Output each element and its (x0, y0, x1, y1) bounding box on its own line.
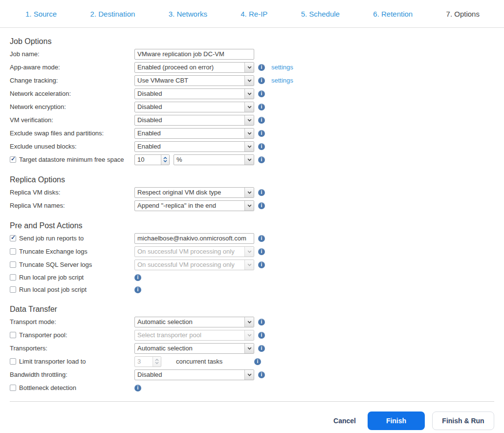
exclude-swap-select[interactable]: Enabled (134, 128, 254, 139)
spinner-value: 10 (135, 156, 161, 163)
transport-mode-select[interactable]: Automatic selection (134, 317, 254, 327)
row-network-acceleration: Network acceleration: Disabled (10, 87, 494, 100)
info-icon[interactable] (258, 248, 265, 255)
chevron-down-icon (244, 201, 254, 211)
info-icon[interactable] (258, 345, 265, 352)
app-aware-settings-link[interactable]: settings (271, 64, 293, 71)
spinner-arrows-icon (153, 357, 161, 367)
chevron-down-icon (244, 247, 254, 257)
cancel-button[interactable]: Cancel (333, 417, 356, 425)
min-free-space-unit-select[interactable]: % (174, 154, 254, 165)
info-icon[interactable] (258, 130, 265, 137)
info-icon[interactable] (258, 104, 265, 110)
app-aware-mode-select[interactable]: Enabled (proceed on error) (134, 62, 254, 73)
report-email-input[interactable] (134, 233, 254, 244)
info-icon[interactable] (258, 77, 265, 84)
field-label: Network encryption: (10, 103, 134, 110)
spinner-value: 3 (135, 358, 153, 365)
info-icon[interactable] (134, 274, 141, 281)
row-exclude-swap: Exclude swap files and partitions: Enabl… (10, 127, 494, 140)
bandwidth-throttling-select[interactable]: Disabled (134, 369, 254, 380)
info-icon[interactable] (258, 64, 265, 71)
info-icon[interactable] (258, 235, 265, 242)
chevron-down-icon (244, 115, 254, 125)
min-free-space-spinner[interactable]: 10 (134, 154, 170, 165)
truncate-exchange-checkbox[interactable] (10, 248, 16, 255)
field-label: Bandwidth throttling: (10, 371, 134, 378)
section-title-job-options: Job Options (10, 37, 494, 46)
info-icon[interactable] (258, 202, 265, 209)
info-icon[interactable] (258, 371, 265, 378)
tab-retention[interactable]: 6. Retention (373, 10, 413, 18)
change-tracking-select[interactable]: Use VMware CBT (134, 75, 254, 86)
limit-load-checkbox[interactable] (10, 358, 16, 365)
field-label: Limit transporter load to (19, 358, 86, 365)
field-label: Change tracking: (10, 77, 134, 84)
tab-networks[interactable]: 3. Networks (169, 10, 207, 18)
row-change-tracking: Change tracking: Use VMware CBT settings (10, 74, 494, 87)
spinner-arrows-icon[interactable] (161, 155, 169, 165)
info-icon[interactable] (134, 286, 141, 293)
chevron-down-icon (244, 142, 254, 152)
info-icon[interactable] (258, 156, 265, 163)
select-value: On successful VM processing only (135, 248, 244, 255)
select-value: Disabled (135, 103, 244, 110)
chevron-down-icon (244, 76, 254, 86)
info-icon[interactable] (134, 385, 141, 391)
post-job-script-checkbox[interactable] (10, 286, 16, 293)
bottleneck-detection-checkbox[interactable] (10, 385, 16, 391)
chevron-down-icon (244, 370, 254, 380)
info-icon[interactable] (258, 261, 265, 268)
replica-vm-names-select[interactable]: Append "-replica" in the end (134, 200, 254, 211)
tab-destination[interactable]: 2. Destination (90, 10, 135, 18)
row-send-job-reports: Send job run reports to (10, 232, 494, 245)
tab-re-ip[interactable]: 4. Re-IP (241, 10, 267, 18)
transporters-select[interactable]: Automatic selection (134, 343, 254, 354)
row-transporters: Transporters: Automatic selection (10, 342, 494, 355)
chevron-down-icon (244, 102, 254, 112)
select-value: Automatic selection (135, 345, 244, 352)
info-icon[interactable] (258, 143, 265, 150)
info-icon[interactable] (254, 358, 261, 365)
field-label: Transporters: (10, 345, 134, 352)
info-icon[interactable] (258, 319, 265, 325)
network-encryption-select[interactable]: Disabled (134, 102, 254, 112)
info-icon[interactable] (258, 90, 265, 97)
row-pre-job-script: Run local pre job script (10, 271, 494, 283)
row-transporter-pool: Transporter pool: Select transporter poo… (10, 328, 494, 342)
replica-vm-disks-select[interactable]: Respect original VM disk type (134, 187, 254, 198)
truncate-sql-checkbox[interactable] (10, 261, 16, 268)
pre-job-script-checkbox[interactable] (10, 274, 16, 281)
select-value: Disabled (135, 371, 244, 378)
network-acceleration-select[interactable]: Disabled (134, 88, 254, 99)
job-name-input[interactable] (134, 49, 254, 60)
row-vm-verification: VM verification: Disabled (10, 113, 494, 127)
truncate-sql-select: On successful VM processing only (134, 260, 254, 270)
row-transport-mode: Transport mode: Automatic selection (10, 315, 494, 328)
exclude-unused-blocks-select[interactable]: Enabled (134, 141, 254, 152)
info-icon[interactable] (258, 117, 265, 124)
footer-divider: Cancel Finish Finish & Run (10, 401, 494, 430)
finish-and-run-button[interactable]: Finish & Run (432, 411, 494, 430)
target-datastore-checkbox[interactable] (10, 156, 16, 163)
chevron-down-icon (244, 317, 254, 327)
row-replica-vm-disks: Replica VM disks: Respect original VM di… (10, 186, 494, 199)
info-icon[interactable] (258, 332, 265, 339)
vm-verification-select[interactable]: Disabled (134, 115, 254, 126)
chevron-down-icon (244, 129, 254, 138)
field-label: Network acceleration: (10, 90, 134, 97)
field-label: Exclude unused blocks: (10, 143, 134, 150)
row-replica-vm-names: Replica VM names: Append "-replica" in t… (10, 199, 494, 212)
tab-schedule[interactable]: 5. Schedule (301, 10, 340, 18)
tab-source[interactable]: 1. Source (25, 10, 57, 18)
field-label: Transporter pool: (19, 331, 67, 339)
finish-button[interactable]: Finish (368, 411, 425, 430)
change-tracking-settings-link[interactable]: settings (271, 77, 293, 84)
info-icon[interactable] (258, 189, 265, 196)
tab-options[interactable]: 7. Options (446, 10, 480, 18)
row-network-encryption: Network encryption: Disabled (10, 100, 494, 113)
select-value: Enabled (135, 130, 244, 137)
send-reports-checkbox[interactable] (10, 235, 16, 241)
select-value: On successful VM processing only (135, 261, 244, 268)
transporter-pool-checkbox[interactable] (10, 332, 16, 338)
